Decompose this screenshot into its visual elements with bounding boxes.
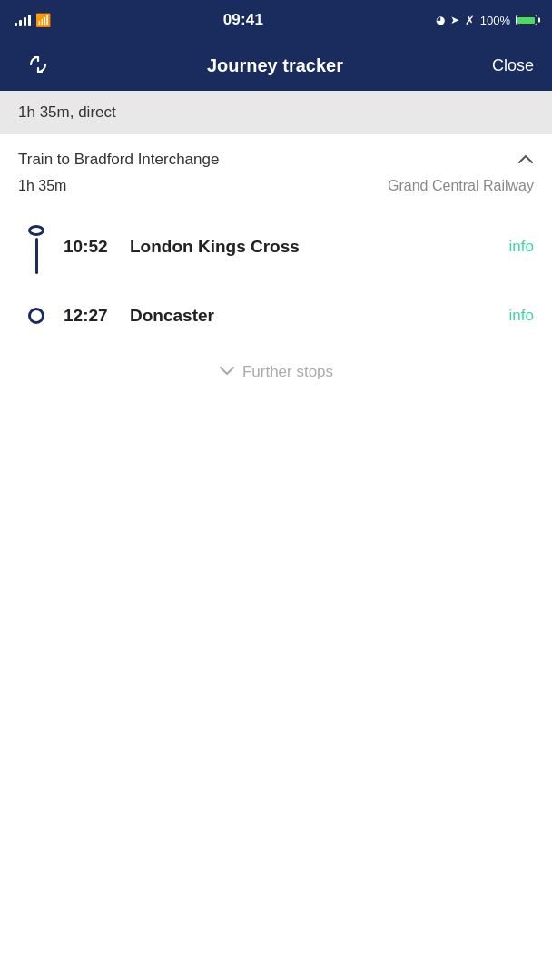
stop-details-1: 10:52 London Kings Cross info	[54, 237, 534, 257]
page-title: Journey tracker	[207, 55, 343, 76]
timeline-end	[18, 299, 54, 332]
wifi-icon: 📶	[35, 13, 51, 27]
navigation-icon: ➤	[450, 14, 459, 26]
main-content: Train to Bradford Interchange 1h 35m Gra…	[0, 134, 552, 399]
further-stops-button[interactable]: Further stops	[0, 341, 552, 399]
train-operator: Grand Central Railway	[388, 178, 534, 194]
status-time: 09:41	[223, 11, 263, 29]
journey-summary-text: 1h 35m, direct	[18, 103, 116, 121]
location-icon: ◕	[436, 14, 445, 26]
train-section-header[interactable]: Train to Bradford Interchange	[0, 134, 552, 174]
battery-percent: 100%	[480, 14, 510, 27]
stop-info-link-2[interactable]: info	[509, 307, 534, 325]
journey-summary: 1h 35m, direct	[0, 91, 552, 134]
stop-info-link-1[interactable]: info	[509, 238, 534, 256]
stop-circle-end	[28, 308, 44, 324]
status-bar: 📶 09:41 ◕ ➤ ✗ 100%	[0, 0, 552, 40]
refresh-button[interactable]	[18, 45, 58, 85]
train-duration: 1h 35m	[18, 178, 66, 194]
table-row: 12:27 Doncaster info	[18, 290, 534, 341]
stop-time-2: 12:27	[64, 306, 123, 326]
battery-icon	[516, 15, 537, 25]
train-info-row: 1h 35m Grand Central Railway	[0, 174, 552, 211]
timeline-start	[18, 220, 54, 274]
chevron-down-icon	[219, 364, 235, 380]
nav-bar: Journey tracker Close	[0, 40, 552, 91]
table-row: 10:52 London Kings Cross info	[18, 211, 534, 283]
status-right: ◕ ➤ ✗ 100%	[436, 14, 537, 27]
status-left: 📶	[15, 13, 51, 27]
signal-icon	[15, 14, 31, 26]
stops-container: 10:52 London Kings Cross info 12:27 Donc…	[0, 211, 552, 341]
stop-name-2: Doncaster	[123, 306, 214, 326]
stop-details-2: 12:27 Doncaster info	[54, 306, 534, 326]
stop-name-1: London Kings Cross	[123, 237, 300, 257]
close-button[interactable]: Close	[492, 56, 534, 75]
chevron-up-icon	[518, 152, 534, 168]
train-section-title: Train to Bradford Interchange	[18, 151, 219, 169]
stop-time-1: 10:52	[64, 237, 123, 257]
bluetooth-icon: ✗	[465, 14, 475, 27]
stop-circle-start	[28, 225, 44, 236]
further-stops-label: Further stops	[242, 363, 333, 381]
